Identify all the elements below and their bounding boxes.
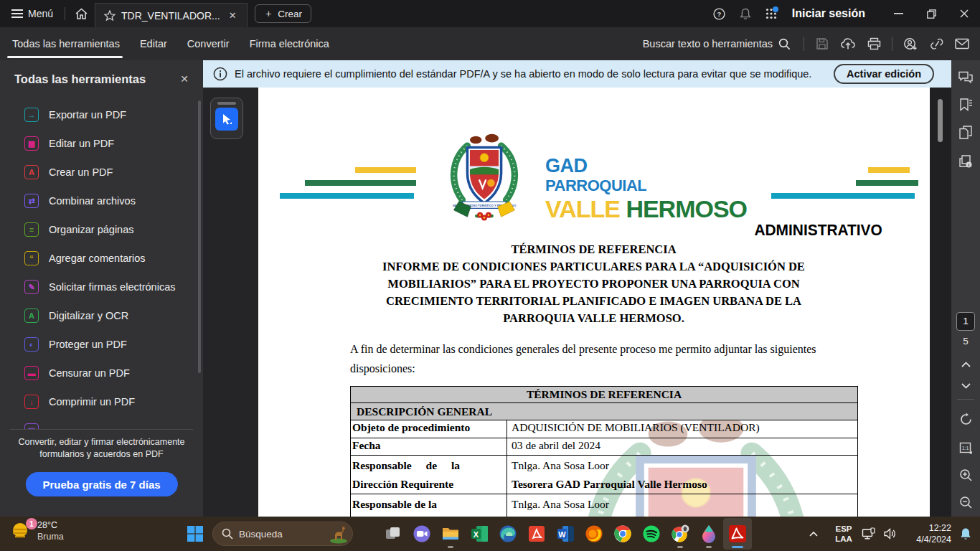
tab-firma-electronica[interactable]: Firma electrónica: [240, 27, 339, 60]
document-scrollbar-thumb[interactable]: [938, 99, 943, 142]
hidden-icons-button[interactable]: [809, 531, 829, 537]
document-tab[interactable]: TDR_VENTILADOR... ✕: [95, 3, 248, 27]
quick-tools-widget[interactable]: [210, 98, 243, 139]
home-button[interactable]: [68, 0, 95, 27]
tab-todas-las-herramientas[interactable]: Todas las herramientas: [0, 27, 130, 60]
enable-editing-button[interactable]: Activar edición: [834, 64, 934, 84]
next-page-button[interactable]: [951, 375, 980, 397]
select-tool-button[interactable]: [215, 108, 238, 131]
weather-widget[interactable]: 1 28°C Bruma: [10, 519, 64, 542]
free-trial-button[interactable]: Prueba gratis de 7 días: [25, 472, 177, 496]
tool-solicitar-firmas[interactable]: ✎Solicitar firmas electrónicas: [0, 273, 203, 301]
tool-editar-pdf[interactable]: ▦Editar un PDF: [0, 129, 203, 158]
chrome-button[interactable]: [608, 518, 637, 550]
add-comments-icon: “: [24, 251, 39, 265]
language-indicator[interactable]: ESP LAA: [829, 524, 858, 544]
create-button[interactable]: ＋ Crear: [255, 4, 311, 23]
help-button[interactable]: ?: [707, 0, 732, 27]
comments-icon: [958, 71, 973, 84]
one-to-one-icon: 1:1: [959, 441, 973, 455]
panel-close-button[interactable]: ✕: [176, 72, 193, 86]
get-link-button[interactable]: [924, 32, 948, 56]
spotify-button[interactable]: [637, 518, 666, 550]
deco-bar-teal-left: [280, 193, 414, 199]
tool-agregar-comentarios[interactable]: “Agregar comentarios: [0, 244, 203, 273]
gad-crest-logo: [420, 131, 549, 225]
tool-censurar-pdf[interactable]: ▬Censurar un PDF: [0, 359, 203, 387]
pdf-app-button[interactable]: [522, 518, 551, 550]
create-label: Crear: [278, 9, 302, 19]
acrobat-button-active[interactable]: [723, 518, 752, 550]
tool-partial-hidden[interactable]: ▤: [0, 416, 203, 429]
excel-button[interactable]: X: [465, 518, 494, 550]
network-button[interactable]: [858, 527, 880, 540]
previous-page-button[interactable]: [951, 353, 980, 376]
save-button[interactable]: [810, 32, 834, 56]
table-header: TÉRMINOS DE REFERENCIA: [351, 387, 857, 402]
share-with-people-button[interactable]: [898, 32, 923, 56]
table-row: Objeto de procedimiento ADQUISICIÓN DE M…: [351, 420, 857, 438]
acrobat-window: Menú TDR_VENTILADOR... ✕ ＋ Crear ?: [0, 0, 980, 551]
print-button[interactable]: [862, 32, 886, 56]
notifications-button[interactable]: [733, 0, 758, 27]
task-view-button[interactable]: [379, 518, 407, 550]
star-icon[interactable]: [104, 10, 116, 21]
notification-center-button[interactable]: [951, 527, 980, 541]
tool-proteger-pdf[interactable]: ◐Proteger un PDF: [0, 330, 203, 359]
restore-button[interactable]: [915, 0, 947, 27]
edge-button[interactable]: [494, 518, 522, 550]
panel-scrollbar[interactable]: [198, 100, 201, 373]
cursor-icon: [220, 113, 233, 126]
minimize-button[interactable]: [882, 0, 914, 27]
clock-widget[interactable]: 12:22 4/4/2024: [901, 522, 951, 545]
send-email-button[interactable]: [950, 32, 974, 56]
drag-handle[interactable]: [217, 102, 236, 105]
chevron-down-icon: [961, 383, 971, 389]
bookmarks-panel-button[interactable]: [951, 93, 980, 116]
table-row: Fecha 03 de abril del 2024: [351, 438, 857, 455]
divider: [65, 7, 65, 20]
volume-button[interactable]: [880, 527, 901, 540]
tool-organizar-paginas[interactable]: ≡Organizar páginas: [0, 215, 203, 244]
zoom-in-button[interactable]: [951, 463, 980, 486]
svg-text:i: i: [969, 162, 970, 167]
start-button[interactable]: [184, 522, 207, 545]
share-upload-button[interactable]: [836, 32, 860, 56]
rotate-refresh-button[interactable]: [951, 408, 980, 430]
firefox-button[interactable]: [580, 518, 608, 550]
tool-digitalizar-ocr[interactable]: ADigitalizar y OCR: [0, 301, 203, 330]
link-icon: [930, 37, 943, 50]
clock-date: 4/4/2024: [901, 534, 951, 545]
apps-grid-button[interactable]: [759, 0, 783, 27]
divider: [957, 399, 974, 400]
paint-drop-button[interactable]: [694, 518, 723, 550]
sign-in-button[interactable]: Iniciar sesión: [785, 7, 881, 20]
comments-panel-button[interactable]: [951, 66, 980, 89]
page-thumbnails-button[interactable]: [951, 121, 980, 143]
teams-chat-button[interactable]: [407, 518, 436, 550]
menu-button[interactable]: Menú: [0, 0, 62, 27]
tools-panel-title: Todas las herramientas: [14, 72, 146, 86]
tool-combinar-archivos[interactable]: ⇄Combinar archivos: [0, 187, 203, 215]
word-button[interactable]: W: [551, 518, 580, 550]
pdf-page: GAD PARROQUIAL VALLE HERMOSO ADMINISTRAT…: [258, 88, 930, 517]
tab-editar[interactable]: Editar: [130, 27, 177, 60]
tab-convertir[interactable]: Convertir: [177, 27, 240, 60]
chrome-profile-button[interactable]: [666, 518, 694, 550]
export-pdf-icon: →: [24, 108, 39, 122]
actual-size-button[interactable]: 1:1: [951, 436, 980, 459]
attachments-info-button[interactable]: i: [951, 149, 980, 172]
close-window-button[interactable]: [948, 0, 980, 27]
current-page-input[interactable]: 1: [956, 312, 975, 331]
tool-comprimir-pdf[interactable]: ↓Comprimir un PDF: [0, 387, 203, 416]
taskbar-search[interactable]: Búsqueda: [212, 522, 353, 546]
wordmark-gad: GAD: [545, 156, 747, 176]
tool-crear-pdf[interactable]: ACrear un PDF: [0, 158, 203, 187]
zoom-out-button[interactable]: [951, 491, 980, 514]
document-scrollbar-track[interactable]: [930, 88, 951, 517]
tool-exportar-pdf[interactable]: →Exportar un PDF: [0, 100, 203, 129]
file-explorer-button[interactable]: [436, 518, 465, 550]
notice-text: El archivo requiere el cumplimiento del …: [235, 68, 826, 80]
tab-close-icon[interactable]: ✕: [226, 9, 240, 22]
search-tools-button[interactable]: Buscar texto o herramientas: [636, 38, 798, 50]
